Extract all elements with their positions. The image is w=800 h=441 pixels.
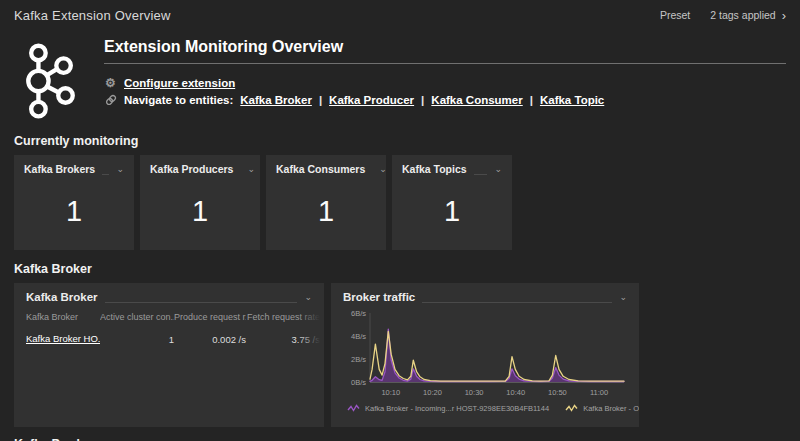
legend-item-incoming[interactable]: Kafka Broker - Incoming...r HOST-9298EE3… — [347, 404, 549, 413]
entity-link-kafka-topic[interactable]: Kafka Topic — [540, 94, 604, 106]
column-header-fetch-request-rate[interactable]: Fetch request rate — [246, 312, 320, 322]
navigate-entities-label: Navigate to entities: — [124, 94, 233, 106]
svg-text:10:20: 10:20 — [423, 388, 442, 397]
cell-fetch-request-rate: 3.75 /s — [246, 334, 320, 345]
broker-traffic-tile: Broker traffic ⌄ 6B/s4B/s2B/s0B/s10:1010… — [331, 283, 639, 427]
column-header-produce-request-rate[interactable]: Produce request r... — [174, 312, 246, 322]
chevron-down-icon[interactable]: ⌄ — [116, 165, 124, 174]
tags-applied-label: 2 tags applied — [710, 9, 775, 21]
section-heading-currently-monitoring: Currently monitoring — [14, 134, 786, 148]
tile-title: Broker traffic — [343, 291, 415, 303]
svg-text:4B/s: 4B/s — [351, 332, 366, 341]
svg-text:11:00: 11:00 — [590, 388, 608, 397]
table-row: Kafka Broker HO... 1 0.002 /s 3.75 /s — [26, 328, 320, 346]
chevron-down-icon[interactable]: ⌄ — [494, 165, 502, 174]
stat-tile-kafka-brokers: Kafka Brokers ⌄ 1 — [14, 155, 134, 250]
stat-tile-kafka-topics: Kafka Topics ⌄ 1 — [392, 155, 512, 250]
entity-link-kafka-producer[interactable]: Kafka Producer — [329, 94, 414, 106]
broker-traffic-plot: 6B/s4B/s2B/s0B/s10:1010:2010:3010:4010:5… — [343, 306, 627, 403]
entity-link-kafka-broker[interactable]: Kafka Broker — [240, 94, 312, 106]
cell-active-cluster-connections: 1 — [100, 334, 174, 345]
svg-text:10:40: 10:40 — [506, 388, 525, 397]
kafka-logo — [22, 38, 84, 126]
broker-table: Kafka Broker Active cluster con... Produ… — [26, 312, 320, 346]
gear-icon: ⚙ — [104, 77, 117, 89]
page-title: Extension Monitoring Overview — [104, 38, 786, 64]
svg-text:10:10: 10:10 — [381, 388, 400, 397]
legend-item-outgoing[interactable]: Kafka Broker - Outgoing...r HOST-9298EE3… — [565, 404, 639, 413]
broker-entity-link[interactable]: Kafka Broker HO... — [26, 333, 100, 344]
extension-header: Extension Monitoring Overview ⚙ Configur… — [0, 30, 800, 128]
monitoring-tiles-row: Kafka Brokers ⌄ 1 Kafka Producers ⌄ 1 Ka… — [14, 155, 786, 250]
stat-tile-kafka-consumers: Kafka Consumers ⌄ 1 — [266, 155, 386, 250]
svg-text:2B/s: 2B/s — [351, 355, 366, 364]
chevron-right-icon: › — [782, 9, 786, 22]
section-heading-kafka-producer: Kafka Producer — [14, 437, 786, 441]
broker-tiles-row: Kafka Broker ⌄ Kafka Broker Active clust… — [14, 283, 786, 427]
cell-produce-request-rate: 0.002 /s — [174, 334, 246, 345]
section-heading-kafka-broker: Kafka Broker — [14, 262, 786, 276]
stat-tile-kafka-producers: Kafka Producers ⌄ 1 — [140, 155, 260, 250]
tile-title: Kafka Brokers — [24, 163, 95, 175]
stat-value: 1 — [276, 195, 376, 228]
stat-value: 1 — [402, 195, 502, 228]
configure-extension-link[interactable]: Configure extension — [124, 77, 235, 89]
svg-text:0B/s: 0B/s — [351, 378, 366, 387]
column-header-active-cluster-connections[interactable]: Active cluster con... — [100, 312, 174, 322]
svg-text:10:50: 10:50 — [548, 388, 567, 397]
chevron-down-icon[interactable]: ⌄ — [619, 293, 627, 302]
top-bar: Kafka Extension Overview Preset 2 tags a… — [0, 0, 800, 30]
legend-label-incoming: Kafka Broker - Incoming...r HOST-9298EE3… — [365, 404, 549, 413]
legend-swatch-incoming-icon — [347, 404, 360, 413]
tile-title: Kafka Broker — [26, 291, 98, 303]
chart-legend: Kafka Broker - Incoming...r HOST-9298EE3… — [343, 404, 627, 413]
tile-title: Kafka Consumers — [276, 163, 365, 175]
legend-swatch-outgoing-icon — [565, 404, 578, 413]
kafka-broker-table-tile: Kafka Broker ⌄ Kafka Broker Active clust… — [14, 283, 324, 427]
preset-label[interactable]: Preset — [660, 9, 690, 21]
column-header-kafka-broker[interactable]: Kafka Broker — [26, 312, 100, 322]
tags-applied-button[interactable]: 2 tags applied › — [710, 9, 786, 22]
svg-text:10:30: 10:30 — [465, 388, 484, 397]
stat-value: 1 — [150, 195, 250, 228]
stat-value: 1 — [24, 195, 124, 228]
tile-title: Kafka Topics — [402, 163, 467, 175]
chevron-down-icon[interactable]: ⌄ — [304, 293, 312, 302]
link-icon — [104, 94, 117, 106]
legend-label-outgoing: Kafka Broker - Outgoing...r HOST-9298EE3… — [583, 404, 639, 413]
tile-title: Kafka Producers — [150, 163, 233, 175]
dashboard-title: Kafka Extension Overview — [14, 8, 171, 23]
svg-text:6B/s: 6B/s — [351, 309, 366, 318]
chevron-down-icon[interactable]: ⌄ — [379, 165, 387, 174]
chevron-down-icon[interactable]: ⌄ — [247, 165, 255, 174]
entity-link-kafka-consumer[interactable]: Kafka Consumer — [431, 94, 522, 106]
